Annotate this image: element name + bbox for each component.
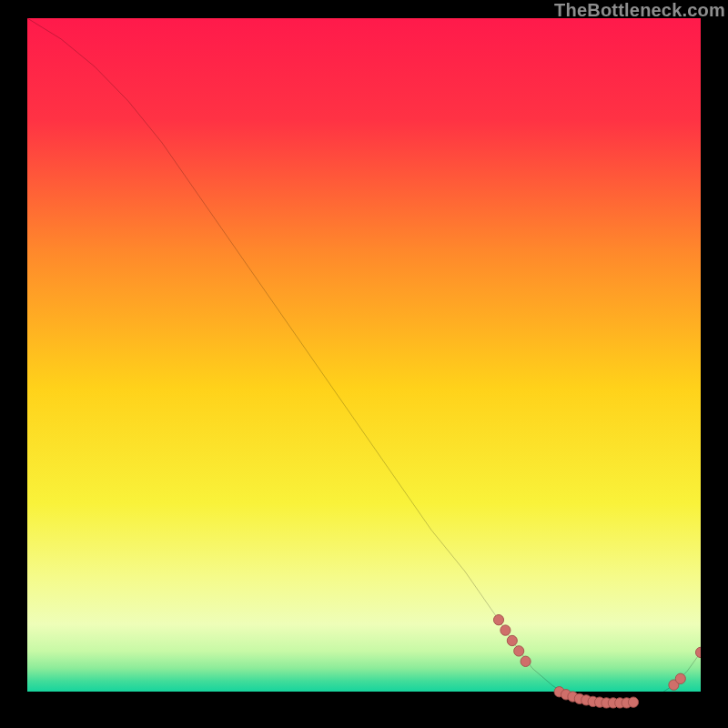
chart-stage: TheBottleneck.com [0, 0, 728, 728]
chart-overlay [27, 18, 701, 710]
marker-point [628, 697, 638, 707]
plot-area [27, 18, 701, 710]
marker-point [493, 615, 503, 625]
marker-point [521, 656, 531, 666]
watermark-text: TheBottleneck.com [554, 0, 725, 21]
marker-point [500, 625, 511, 635]
marker-point [675, 673, 685, 683]
marker-point [695, 647, 701, 657]
curve-markers [493, 615, 701, 709]
marker-point [507, 635, 517, 645]
bottleneck-curve [27, 18, 701, 703]
marker-point [514, 646, 524, 656]
